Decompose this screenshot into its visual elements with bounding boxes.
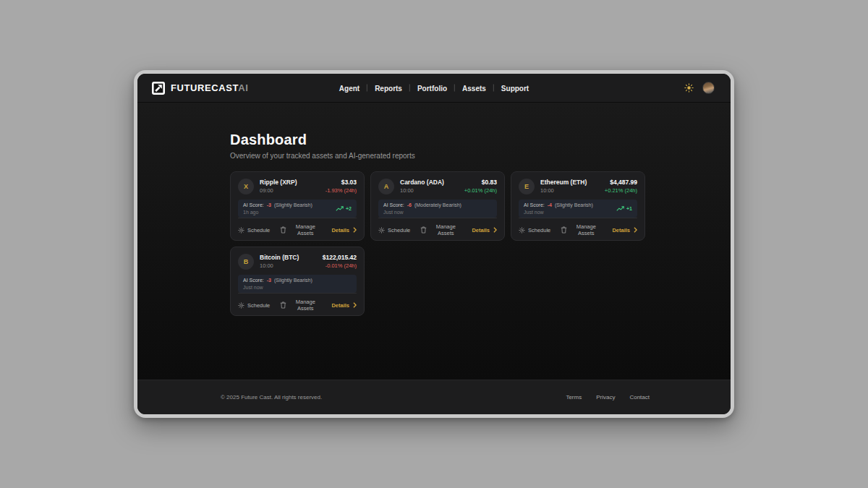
brand-name: FUTURECASTAI [171, 82, 248, 93]
manage-assets-label: Manage Assets [289, 223, 321, 236]
details-button[interactable]: Details [331, 302, 357, 309]
footer-link-terms[interactable]: Terms [566, 394, 582, 401]
asset-change: -0.01% (24h) [323, 262, 357, 269]
logo-icon [152, 82, 165, 95]
details-button[interactable]: Details [472, 227, 497, 234]
ai-score-label: AI Score: [383, 202, 404, 207]
trending-up-icon [616, 206, 624, 212]
page-title: Dashboard [230, 132, 638, 148]
manage-assets-button[interactable]: Manage Assets [420, 223, 461, 236]
sun-icon[interactable] [684, 83, 694, 93]
ai-sentiment: (Moderately Bearish) [414, 202, 461, 207]
ai-score-strip: AI Score: -3 (Slightly Bearish) Just now [238, 275, 357, 293]
asset-change: +0.01% (24h) [464, 187, 497, 194]
card-header: X Ripple (XRP) 09:00 $3.03 -1.93% (24h) [238, 179, 357, 194]
manage-assets-button[interactable]: Manage Assets [280, 299, 321, 312]
copyright-text: © 2025 Future Cast. All rights reserved. [221, 394, 322, 401]
card-actions: Schedule Manage Assets Details [378, 218, 497, 236]
asset-price: $4,487.99 [605, 179, 637, 186]
trend-delta: +2 [346, 206, 352, 211]
details-button[interactable]: Details [612, 227, 637, 234]
asset-badge: X [238, 179, 254, 194]
page-subtitle: Overview of your tracked assets and AI-g… [230, 152, 638, 160]
nav-item-assets[interactable]: Assets [462, 84, 486, 92]
manage-assets-button[interactable]: Manage Assets [561, 223, 602, 236]
schedule-button[interactable]: Schedule [378, 227, 410, 234]
gear-icon [238, 302, 244, 309]
schedule-button[interactable]: Schedule [238, 227, 270, 234]
app-header: FUTURECASTAI Agent Reports Portfolio Ass… [137, 74, 731, 103]
asset-price: $0.83 [464, 179, 497, 186]
asset-cards-grid: X Ripple (XRP) 09:00 $3.03 -1.93% (24h) [230, 171, 647, 316]
app-window: FUTURECASTAI Agent Reports Portfolio Ass… [134, 70, 734, 418]
nav-item-support[interactable]: Support [501, 84, 529, 92]
card-header: A Cardano (ADA) 10:00 $0.83 +0.01% (24h) [378, 179, 497, 194]
card-header: B Bitcoin (BTC) 10:00 $122,015.42 -0.01%… [238, 254, 357, 270]
ai-score-value: -3 [267, 278, 271, 283]
nav-separator [367, 85, 367, 92]
manage-assets-label: Manage Assets [570, 223, 602, 236]
ai-score-strip: AI Score: -3 (Slightly Bearish) 1h ago [238, 200, 357, 218]
brand[interactable]: FUTURECASTAI [137, 82, 248, 95]
ai-score-label: AI Score: [524, 202, 545, 207]
ai-sentiment: (Slightly Bearish) [274, 202, 312, 207]
asset-name: Ethereum (ETH) [540, 179, 587, 186]
gear-icon [378, 227, 385, 234]
details-label: Details [331, 227, 349, 234]
trash-icon [561, 226, 567, 234]
card-actions: Schedule Manage Assets Details [519, 218, 637, 236]
nav-item-agent[interactable]: Agent [339, 84, 359, 92]
schedule-button[interactable]: Schedule [519, 227, 550, 234]
app-footer: © 2025 Future Cast. All rights reserved.… [137, 380, 731, 414]
chevron-right-icon [493, 227, 497, 233]
details-button[interactable]: Details [331, 227, 357, 234]
schedule-label: Schedule [247, 302, 270, 309]
trend-delta: +1 [626, 206, 632, 211]
trash-icon [280, 226, 286, 234]
schedule-button[interactable]: Schedule [238, 302, 270, 309]
card-header: E Ethereum (ETH) 10:00 $4,487.99 +0.21% … [519, 179, 637, 194]
ai-updated-time: 1h ago [243, 210, 312, 215]
asset-name: Bitcoin (BTC) [260, 254, 299, 261]
asset-time: 10:00 [260, 262, 299, 269]
schedule-label: Schedule [247, 227, 270, 234]
nav-item-portfolio[interactable]: Portfolio [417, 84, 447, 92]
manage-assets-label: Manage Assets [289, 299, 321, 312]
footer-link-contact[interactable]: Contact [629, 394, 650, 401]
asset-badge: B [238, 254, 254, 270]
asset-badge: E [519, 179, 535, 194]
nav-item-reports[interactable]: Reports [375, 84, 402, 92]
details-label: Details [331, 302, 349, 309]
trend-badge: +1 [616, 206, 632, 212]
chevron-right-icon [353, 227, 357, 233]
ai-score-value: -3 [267, 202, 271, 207]
details-label: Details [472, 227, 490, 234]
asset-card-xrp: X Ripple (XRP) 09:00 $3.03 -1.93% (24h) [230, 171, 365, 241]
chevron-right-icon [634, 227, 637, 233]
trash-icon [280, 301, 286, 309]
ai-updated-time: Just now [243, 285, 312, 290]
card-actions: Schedule Manage Assets Details [238, 218, 357, 236]
manage-assets-button[interactable]: Manage Assets [280, 223, 321, 236]
nav-separator [493, 85, 494, 92]
trending-up-icon [336, 206, 344, 212]
ai-score-label: AI Score: [243, 278, 264, 283]
trend-badge: +2 [336, 206, 352, 212]
user-avatar[interactable] [702, 82, 715, 94]
nav-separator [454, 85, 455, 92]
asset-card-ada: A Cardano (ADA) 10:00 $0.83 +0.01% (24h) [370, 171, 505, 241]
main-nav: Agent Reports Portfolio Assets Support [339, 84, 529, 92]
app-window-content: FUTURECASTAI Agent Reports Portfolio Ass… [137, 74, 731, 414]
asset-name: Ripple (XRP) [260, 179, 297, 186]
header-actions [684, 82, 731, 94]
chevron-right-icon [353, 302, 357, 308]
ai-sentiment: (Slightly Bearish) [555, 202, 593, 207]
asset-time: 10:00 [540, 187, 587, 194]
trash-icon [420, 226, 427, 234]
main-content: Dashboard Overview of your tracked asset… [137, 103, 731, 380]
ai-score-value: -4 [548, 202, 552, 207]
asset-card-btc: B Bitcoin (BTC) 10:00 $122,015.42 -0.01%… [230, 247, 365, 316]
footer-links: Terms Privacy Contact [566, 394, 650, 401]
footer-link-privacy[interactable]: Privacy [596, 394, 615, 401]
asset-change: -1.93% (24h) [326, 187, 357, 194]
